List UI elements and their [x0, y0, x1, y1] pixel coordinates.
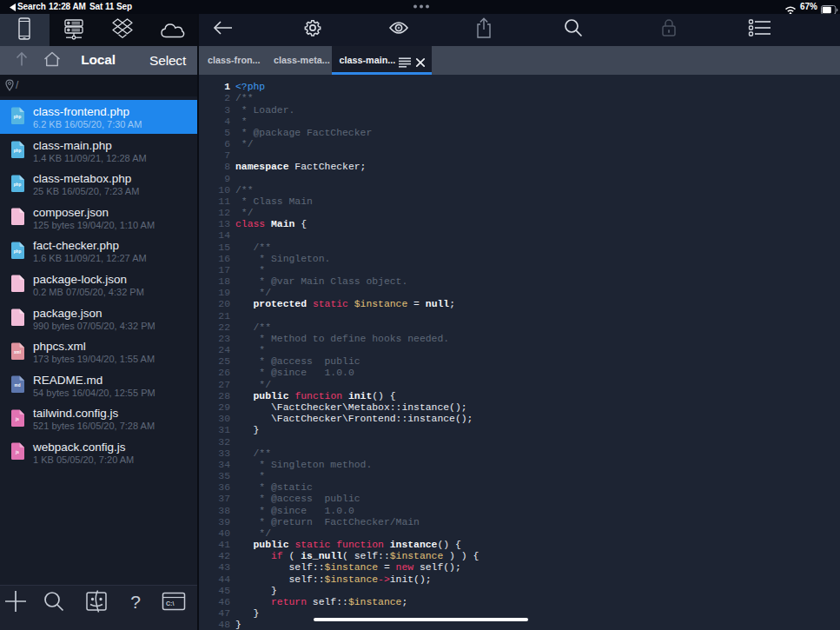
- svg-text:js: js: [15, 416, 19, 421]
- svg-text:C:\: C:\: [166, 600, 174, 607]
- svg-text:md: md: [15, 383, 21, 388]
- svg-text:js: js: [15, 450, 19, 454]
- svg-text:php: php: [14, 182, 22, 186]
- svg-text:xml: xml: [14, 349, 21, 354]
- svg-text:php: php: [14, 249, 22, 253]
- svg-text:php: php: [14, 149, 22, 153]
- svg-text:php: php: [14, 115, 22, 119]
